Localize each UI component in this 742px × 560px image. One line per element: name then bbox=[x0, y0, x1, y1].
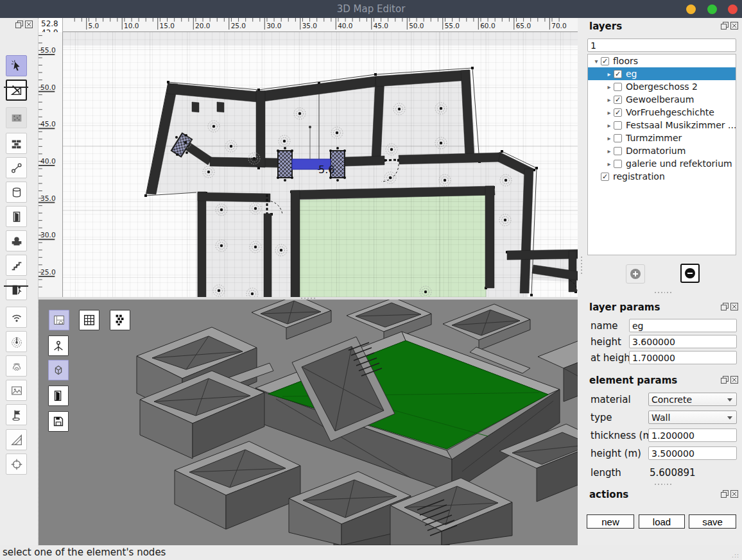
vertical-splitter[interactable] bbox=[578, 257, 584, 282]
gizmo-button[interactable] bbox=[48, 335, 69, 356]
furniture-tool[interactable] bbox=[6, 230, 27, 251]
image-tool[interactable] bbox=[6, 380, 27, 401]
wall-tool[interactable] bbox=[6, 133, 27, 154]
layer-tree-item-galerie-und-refektorium[interactable]: ▸galerie und refektorium bbox=[588, 157, 736, 170]
float-panel-icon[interactable] bbox=[721, 376, 729, 384]
panel-splitter[interactable] bbox=[655, 292, 671, 293]
layer-visibility-checkbox[interactable]: ✓ bbox=[614, 108, 622, 117]
person-door-icon bbox=[10, 283, 24, 297]
float-panel-icon[interactable] bbox=[721, 303, 729, 310]
chevron-right-icon[interactable]: ▸ bbox=[605, 71, 614, 78]
flag-tool[interactable] bbox=[6, 404, 27, 425]
panel-splitter[interactable] bbox=[655, 484, 671, 485]
setsquare-tool[interactable] bbox=[6, 429, 27, 450]
close-button[interactable] bbox=[728, 4, 738, 14]
layer-name-field[interactable] bbox=[629, 319, 737, 332]
chevron-right-icon[interactable]: ▸ bbox=[605, 122, 614, 129]
tool-dock bbox=[0, 18, 39, 545]
resize-grip[interactable]: .:: bbox=[732, 552, 739, 559]
plan-view-button[interactable] bbox=[49, 310, 69, 330]
float-dock-icon[interactable] bbox=[15, 21, 23, 28]
save-button[interactable]: save bbox=[689, 514, 736, 529]
solid-view-button[interactable] bbox=[48, 360, 69, 380]
load-button[interactable]: load bbox=[639, 514, 685, 529]
side-panel: layers ▾✓floors▸✓eg▸Obergeschoss 2▸✓Gewo… bbox=[584, 18, 742, 545]
close-panel-icon[interactable] bbox=[730, 303, 738, 310]
new-button[interactable]: new bbox=[587, 514, 634, 529]
exit-tool[interactable] bbox=[6, 279, 27, 300]
layer-label: Festsaal Musikzimmer ... bbox=[626, 120, 736, 130]
chevron-right-icon[interactable]: ▸ bbox=[605, 83, 614, 90]
layer-visibility-checkbox[interactable] bbox=[614, 134, 622, 142]
material-dropdown[interactable]: Concrete bbox=[648, 393, 737, 406]
layer-visibility-checkbox[interactable]: ✓ bbox=[601, 173, 609, 181]
chevron-down-icon[interactable]: ▾ bbox=[592, 58, 601, 65]
layer-visibility-checkbox[interactable] bbox=[614, 147, 622, 155]
chevron-right-icon[interactable]: ▸ bbox=[605, 160, 614, 167]
close-panel-icon[interactable] bbox=[730, 22, 738, 30]
float-panel-icon[interactable] bbox=[721, 22, 729, 30]
layer-tree-item-dormatorium[interactable]: ▸Dormatorium bbox=[588, 144, 736, 157]
layer-visibility-checkbox[interactable] bbox=[614, 160, 622, 168]
layer-visibility-checkbox[interactable] bbox=[614, 83, 622, 91]
draw-measure-tool[interactable] bbox=[6, 80, 27, 101]
remove-layer-button[interactable] bbox=[680, 264, 700, 283]
maximize-button[interactable] bbox=[707, 4, 717, 14]
minimize-button[interactable] bbox=[686, 4, 696, 14]
layer-tree-item-gewoelberaum[interactable]: ▸✓Gewoelberaum bbox=[588, 93, 736, 106]
fingerprint-tool[interactable] bbox=[6, 355, 27, 377]
layer-tree-item-turmzimmer[interactable]: ▸Turmzimmer bbox=[588, 132, 736, 144]
image-icon bbox=[10, 384, 24, 398]
crosshair-tool[interactable] bbox=[6, 454, 27, 475]
floorplan-canvas[interactable]: 5.6 bbox=[63, 32, 578, 297]
beacon-tool[interactable] bbox=[6, 331, 27, 352]
doors-toggle-button[interactable] bbox=[48, 386, 69, 406]
layer-label: Dormatorium bbox=[626, 146, 686, 156]
cube-icon bbox=[51, 363, 65, 377]
grid-toggle-button[interactable] bbox=[79, 310, 99, 330]
pattern-toggle-button[interactable] bbox=[110, 310, 130, 330]
thickness-field[interactable] bbox=[648, 428, 737, 442]
layer-visibility-checkbox[interactable]: ✓ bbox=[601, 57, 609, 65]
svg-text:15.0: 15.0 bbox=[160, 22, 175, 30]
chevron-right-icon[interactable]: ▸ bbox=[605, 135, 614, 142]
layer-tree-item-eg[interactable]: ▸✓eg bbox=[588, 67, 736, 80]
layer-visibility-checkbox[interactable]: ✓ bbox=[614, 96, 622, 104]
layer-height-field[interactable] bbox=[629, 335, 737, 348]
svg-text:30.0: 30.0 bbox=[266, 22, 281, 30]
stairs-tool[interactable] bbox=[6, 255, 27, 276]
layer-tree-item-vorfruehgeschichte[interactable]: ▸✓VorFruehgeschichte bbox=[588, 106, 736, 119]
layer-tree-item-obergeschoss-2[interactable]: ▸Obergeschoss 2 bbox=[588, 80, 736, 93]
edge-tool[interactable] bbox=[6, 157, 27, 178]
svg-text:65.0: 65.0 bbox=[516, 22, 531, 30]
chevron-right-icon[interactable]: ▸ bbox=[605, 148, 614, 155]
close-panel-icon[interactable] bbox=[730, 490, 738, 498]
close-dock-icon[interactable] bbox=[25, 21, 33, 28]
status-bar: select one of the element's nodes .:: bbox=[0, 545, 742, 560]
save-view-button[interactable] bbox=[48, 411, 69, 432]
add-layer-button[interactable] bbox=[626, 264, 645, 284]
close-panel-icon[interactable] bbox=[730, 376, 738, 384]
vertical-ruler: 55.050.045.040.035.030.025.0 bbox=[39, 32, 63, 297]
type-dropdown[interactable]: Wall bbox=[648, 411, 737, 424]
layer-tree-item-festsaal-musikzimmer-[interactable]: ▸Festsaal Musikzimmer ... bbox=[588, 119, 736, 132]
float-panel-icon[interactable] bbox=[721, 490, 729, 498]
chevron-right-icon[interactable]: ▸ bbox=[605, 109, 614, 116]
layer-tree-item-floors[interactable]: ▾✓floors bbox=[588, 55, 736, 67]
layer-visibility-checkbox[interactable] bbox=[614, 121, 622, 130]
column-tool[interactable] bbox=[6, 182, 27, 203]
texture-tool[interactable] bbox=[6, 107, 27, 128]
select-tool[interactable] bbox=[6, 55, 27, 76]
chevron-right-icon[interactable]: ▸ bbox=[605, 96, 614, 103]
door-tool[interactable] bbox=[6, 206, 27, 227]
layer-visibility-checkbox[interactable]: ✓ bbox=[614, 70, 622, 78]
layer-filter-input[interactable] bbox=[587, 38, 736, 52]
minus-icon bbox=[684, 267, 696, 279]
element-height-field[interactable] bbox=[648, 446, 737, 460]
horizontal-ruler: 5.010.015.020.025.030.035.040.045.050.05… bbox=[63, 18, 578, 32]
layer-at-height-field[interactable] bbox=[629, 351, 737, 364]
3d-viewport[interactable] bbox=[39, 300, 578, 545]
wifi-tool[interactable] bbox=[6, 307, 27, 328]
wifi-icon bbox=[10, 310, 24, 325]
layer-tree-item-registration[interactable]: ✓registration bbox=[588, 170, 736, 183]
